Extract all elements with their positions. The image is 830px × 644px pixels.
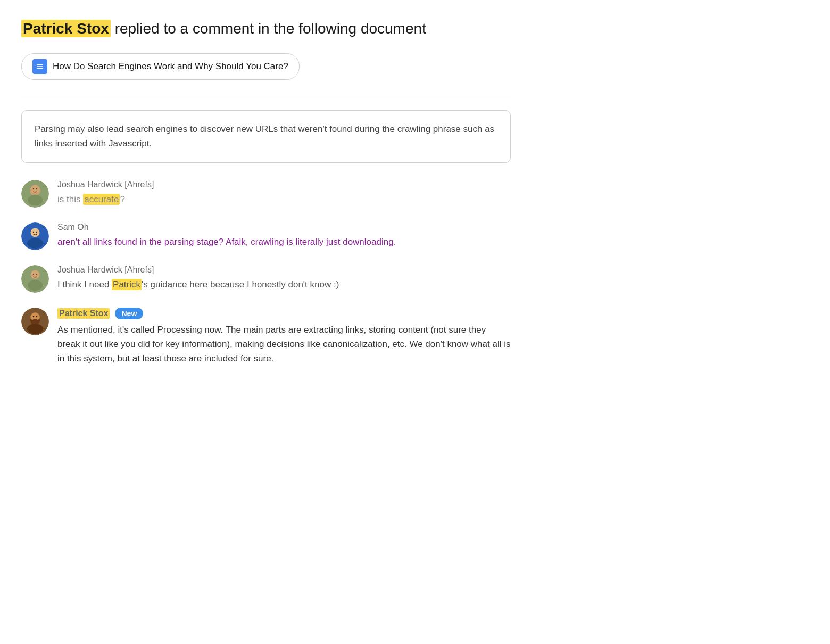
svg-point-5 [33, 188, 34, 189]
comment-sam: Sam Oh aren't all links found in the par… [21, 222, 511, 250]
comment-body-patrick: Patrick Stox New As mentioned, it's call… [57, 308, 511, 366]
section-divider [21, 95, 511, 95]
comment-text-joshua-1: is this accurate? [57, 193, 511, 207]
avatar-sam [21, 222, 49, 250]
svg-point-16 [36, 274, 37, 275]
quoted-text-block: Parsing may also lead search engines to … [21, 110, 511, 163]
text-after-patrick: 's guidance here because I honestly don'… [142, 279, 339, 290]
header-text-suffix: replied to a comment in the following do… [115, 20, 426, 37]
svg-point-7 [28, 195, 43, 205]
document-title: How Do Search Engines Work and Why Shoul… [53, 61, 288, 72]
svg-point-15 [33, 274, 34, 275]
doc-icon [32, 59, 47, 74]
avatar-joshua-2 [21, 265, 49, 293]
patrick-name-highlight: Patrick Stox [57, 308, 110, 319]
comment-author-sam: Sam Oh [57, 222, 511, 232]
svg-point-10 [33, 232, 34, 233]
new-badge: New [115, 308, 143, 319]
svg-point-17 [28, 280, 43, 291]
document-link[interactable]: How Do Search Engines Work and Why Shoul… [21, 53, 300, 80]
svg-point-14 [31, 270, 40, 279]
notification-header: Patrick Stox replied to a comment in the… [21, 19, 511, 38]
comment-text-before: is this [57, 194, 83, 204]
author-highlight: Patrick Stox [21, 20, 111, 37]
comment-text-sam: aren't all links found in the parsing st… [57, 235, 511, 249]
svg-point-23 [36, 316, 38, 318]
avatar-patrick [21, 308, 49, 335]
comment-joshua-2: Joshua Hardwick [Ahrefs] I think I need … [21, 265, 511, 293]
comment-body-sam: Sam Oh aren't all links found in the par… [57, 222, 511, 249]
comment-author-joshua-2: Joshua Hardwick [Ahrefs] [57, 265, 511, 275]
patrick-highlight: Patrick [112, 279, 142, 290]
svg-point-6 [36, 188, 37, 189]
accurate-highlight: accurate [83, 194, 120, 205]
comment-text-after: ? [120, 194, 124, 204]
comment-body-joshua-1: Joshua Hardwick [Ahrefs] is this accurat… [57, 180, 511, 207]
svg-point-11 [36, 232, 37, 233]
quoted-text-content: Parsing may also lead search engines to … [35, 124, 494, 148]
svg-point-4 [31, 185, 40, 194]
svg-point-12 [27, 238, 43, 249]
comment-text-patrick: As mentioned, it's called Processing now… [57, 323, 511, 366]
comment-joshua-1: Joshua Hardwick [Ahrefs] is this accurat… [21, 180, 511, 208]
svg-point-25 [27, 324, 43, 334]
avatar-joshua-1 [21, 180, 49, 208]
svg-point-22 [33, 316, 35, 318]
comment-patrick: Patrick Stox New As mentioned, it's call… [21, 308, 511, 366]
text-before-patrick: I think I need [57, 279, 112, 290]
comment-text-joshua-2: I think I need Patrick's guidance here b… [57, 278, 511, 292]
comment-author-patrick: Patrick Stox New [57, 308, 511, 319]
comments-section: Joshua Hardwick [Ahrefs] is this accurat… [21, 180, 511, 381]
comment-body-joshua-2: Joshua Hardwick [Ahrefs] I think I need … [57, 265, 511, 292]
comment-author-joshua-1: Joshua Hardwick [Ahrefs] [57, 180, 511, 189]
svg-point-9 [31, 228, 40, 237]
